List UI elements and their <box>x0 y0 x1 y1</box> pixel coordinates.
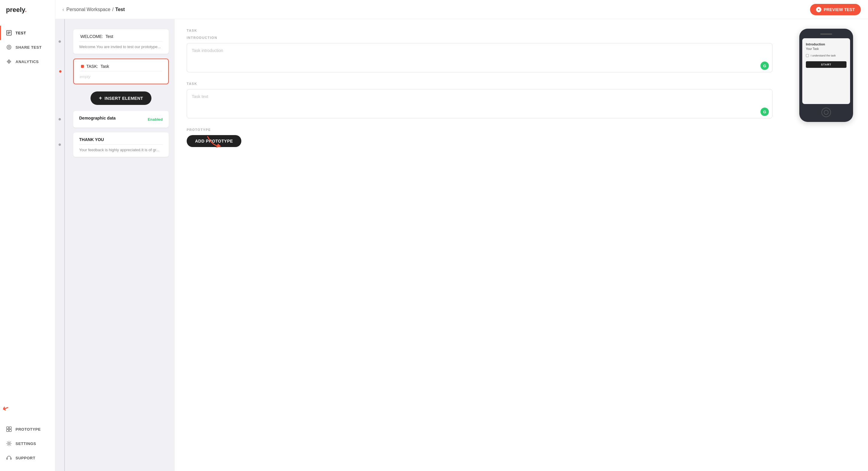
demographic-card-title: Demographic data <box>79 116 116 120</box>
content-area: WELCOME: Test Welcome.You are invited to… <box>55 19 868 471</box>
task-textarea[interactable] <box>187 89 772 118</box>
demographic-card[interactable]: Demographic data Enabled <box>73 111 169 128</box>
logo-text: preely. <box>6 6 27 14</box>
demographic-dot <box>58 117 62 121</box>
prototype-arrow <box>205 135 222 153</box>
svg-point-9 <box>8 62 9 63</box>
sidebar-item-analytics-label: ANALYTICS <box>16 59 39 64</box>
sidebar-item-share-label: SHARE TEST <box>16 45 41 50</box>
phone-checkbox-row: I understand the task <box>806 54 846 57</box>
svg-rect-14 <box>9 430 11 432</box>
grammarly-icon-task: G <box>761 108 769 116</box>
phone-home-button <box>822 108 831 117</box>
breadcrumb-current: Test <box>115 7 125 12</box>
sidebar-bottom: PROTOTYPE SETTINGS SUPPORT <box>0 422 55 471</box>
svg-rect-16 <box>7 458 7 459</box>
thankyou-dot <box>58 143 62 147</box>
phone-mockup: Introduction Your Task I understand the … <box>799 29 853 122</box>
thank-you-card-description: Your feedback is highly appreciated.It i… <box>79 148 163 152</box>
test-icon <box>6 30 12 36</box>
task-input-wrapper: G <box>187 89 772 120</box>
introduction-label: INTRODUCTION <box>187 36 772 39</box>
introduction-textarea[interactable] <box>187 43 772 72</box>
phone-home-inner <box>824 110 829 115</box>
share-test-icon <box>6 44 12 50</box>
breadcrumb: Personal Workspace / Test <box>66 7 125 12</box>
logo: preely. <box>0 0 55 20</box>
grammarly-icon-introduction: G <box>761 62 769 70</box>
preview-button-label: PREVIEW TEST <box>824 7 855 12</box>
task-card-placeholder: empty <box>80 75 162 79</box>
phone-preview-panel: Introduction Your Task I understand the … <box>784 19 868 471</box>
svg-point-8 <box>9 61 11 62</box>
sidebar-item-test-label: TEST <box>16 31 26 35</box>
svg-rect-17 <box>10 458 11 459</box>
sidebar-arrow-area: ➜ <box>0 404 55 410</box>
task-indicator <box>81 65 84 68</box>
sidebar-item-support-label: SUPPORT <box>16 456 35 460</box>
svg-point-6 <box>7 61 8 62</box>
svg-rect-11 <box>7 427 9 429</box>
welcome-card-description: Welcome.You are invited to test our prot… <box>79 45 163 49</box>
timeline <box>64 19 65 471</box>
phone-speaker <box>820 33 832 35</box>
svg-rect-12 <box>9 427 11 429</box>
right-panel: TASK INTRODUCTION G TASK G PROTOTYPE ADD… <box>175 19 784 471</box>
phone-checkbox-label: I understand the task <box>811 54 836 57</box>
sidebar-item-support[interactable]: SUPPORT <box>0 451 55 465</box>
sidebar-item-share-test[interactable]: SHARE TEST <box>0 40 55 54</box>
header-left: ‹ Personal Workspace / Test <box>62 7 125 12</box>
task-dot <box>58 69 62 73</box>
sidebar-arrow-icon: ➜ <box>1 403 10 414</box>
welcome-card-divider <box>79 41 163 41</box>
support-icon <box>6 455 12 461</box>
phone-start-button[interactable]: START <box>806 61 846 68</box>
demographic-badge: Enabled <box>148 117 163 122</box>
breadcrumb-workspace: Personal Workspace <box>66 7 110 12</box>
prototype-area: ADD PROTOTYPE <box>187 135 772 153</box>
app-container: preely. TEST SHARE TEST ANALYTICS <box>0 0 868 471</box>
task-label: TASK <box>187 82 772 86</box>
sidebar: preely. TEST SHARE TEST ANALYTICS <box>0 0 55 471</box>
sidebar-item-settings-label: SETTINGS <box>16 441 36 446</box>
settings-icon <box>6 441 12 446</box>
demographic-card-content: Demographic data Enabled <box>79 116 163 123</box>
play-icon <box>816 7 822 12</box>
phone-your-task: Your Task <box>806 47 846 51</box>
prototype-label: PROTOTYPE <box>187 128 772 131</box>
middle-panel: WELCOME: Test Welcome.You are invited to… <box>55 19 175 471</box>
task-card-title: TASK: Task <box>80 64 162 69</box>
insert-element-area: + INSERT ELEMENT <box>73 89 169 110</box>
introduction-input-wrapper: G <box>187 43 772 73</box>
thank-you-card-title: THANK YOU <box>79 137 163 142</box>
welcome-card[interactable]: WELCOME: Test Welcome.You are invited to… <box>73 29 169 54</box>
svg-point-5 <box>8 46 10 48</box>
sidebar-item-analytics[interactable]: ANALYTICS <box>0 54 55 69</box>
insert-element-button[interactable]: + INSERT ELEMENT <box>91 91 151 105</box>
thank-you-card[interactable]: THANK YOU Your feedback is highly apprec… <box>73 133 169 157</box>
breadcrumb-separator: / <box>112 7 114 12</box>
sidebar-item-test[interactable]: TEST <box>0 26 55 40</box>
sidebar-item-settings[interactable]: SETTINGS <box>0 436 55 451</box>
welcome-dot <box>58 39 62 43</box>
task-section-label: TASK <box>187 29 772 32</box>
collapse-sidebar-button[interactable]: ‹ <box>62 7 64 12</box>
phone-screen: Introduction Your Task I understand the … <box>802 38 850 104</box>
sidebar-item-prototype-label: PROTOTYPE <box>16 427 41 432</box>
preview-test-button[interactable]: PREVIEW TEST <box>810 4 861 15</box>
thank-you-card-divider <box>79 144 163 145</box>
analytics-icon <box>6 59 12 64</box>
plus-icon: + <box>99 95 102 101</box>
svg-point-15 <box>8 443 10 444</box>
svg-rect-13 <box>7 430 9 432</box>
task-card[interactable]: TASK: Task empty <box>73 59 169 84</box>
sidebar-item-prototype[interactable]: PROTOTYPE <box>0 422 55 436</box>
insert-element-label: INSERT ELEMENT <box>104 96 143 101</box>
phone-checkbox <box>806 54 809 57</box>
prototype-icon <box>6 426 12 432</box>
svg-point-7 <box>8 60 9 61</box>
phone-introduction-title: Introduction <box>806 42 846 46</box>
main-content: ‹ Personal Workspace / Test PREVIEW TEST <box>55 0 868 471</box>
svg-point-4 <box>7 45 11 49</box>
svg-marker-18 <box>818 9 819 10</box>
